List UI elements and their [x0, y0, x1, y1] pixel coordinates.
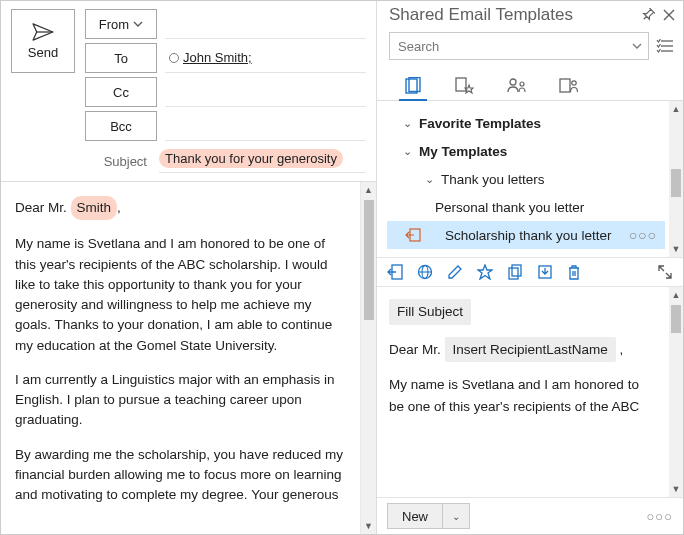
- subject-label: Subject: [11, 154, 151, 169]
- tab-shared[interactable]: [557, 72, 581, 100]
- tree-section-favorite[interactable]: ⌄ Favorite Templates: [387, 109, 665, 137]
- tab-team[interactable]: [505, 72, 529, 100]
- tree-label: Favorite Templates: [419, 116, 665, 131]
- template-toolbar: [377, 257, 683, 287]
- chevron-down-icon: ⌄: [423, 173, 435, 186]
- to-label: To: [114, 51, 128, 66]
- send-icon: [32, 23, 54, 41]
- more-menu-icon[interactable]: ○○○: [646, 509, 673, 524]
- svg-rect-17: [512, 265, 521, 276]
- from-field[interactable]: [165, 9, 366, 39]
- to-button[interactable]: To: [85, 43, 157, 73]
- cc-button[interactable]: Cc: [85, 77, 157, 107]
- chevron-down-icon: [632, 43, 642, 49]
- tree-label: Personal thank you letter: [435, 200, 665, 215]
- subject-field[interactable]: Thank you for your generosity: [159, 149, 366, 173]
- subject-value: Thank you for your generosity: [159, 149, 343, 168]
- scroll-down-icon[interactable]: ▼: [669, 241, 683, 257]
- list-settings-icon[interactable]: [655, 36, 675, 56]
- fill-subject-chip: Fill Subject: [389, 299, 471, 325]
- panel-title: Shared Email Templates: [389, 5, 573, 25]
- body-p1: My name is Svetlana and I am honored to …: [15, 234, 346, 356]
- item-menu-icon[interactable]: ○○○: [629, 227, 665, 243]
- scroll-up-icon[interactable]: ▲: [669, 287, 683, 303]
- template-preview: Fill Subject Dear Mr. Insert RecipientLa…: [377, 287, 669, 497]
- import-icon[interactable]: [537, 264, 553, 280]
- svg-point-10: [572, 81, 576, 85]
- scroll-thumb[interactable]: [671, 305, 681, 333]
- body-p3: By awarding me the scholarship, you have…: [15, 445, 346, 506]
- greeting-name: Smith: [71, 196, 118, 220]
- to-value: John Smith;: [183, 50, 252, 65]
- to-field[interactable]: John Smith;: [165, 43, 366, 73]
- chevron-down-icon: ⌄: [401, 145, 413, 158]
- tree-folder-thankyou[interactable]: ⌄ Thank you letters: [387, 165, 665, 193]
- send-button[interactable]: Send: [11, 9, 75, 73]
- from-label: From: [99, 17, 129, 32]
- bcc-field[interactable]: [165, 111, 366, 141]
- scroll-thumb[interactable]: [671, 169, 681, 197]
- tree-label: Thank you letters: [441, 172, 665, 187]
- message-body[interactable]: Dear Mr. Smith, My name is Svetlana and …: [1, 182, 360, 534]
- edit-icon[interactable]: [447, 264, 463, 280]
- scroll-down-icon[interactable]: ▼: [361, 518, 376, 534]
- svg-point-8: [520, 82, 524, 86]
- body-p2: I am currently a Linguistics major with …: [15, 370, 346, 431]
- svg-rect-6: [456, 78, 466, 91]
- insert-icon: [405, 228, 421, 242]
- chevron-down-icon[interactable]: ⌄: [443, 511, 469, 522]
- preview-greeting-prefix: Dear Mr.: [389, 342, 445, 357]
- tree-label: Scholarship thank you letter: [445, 228, 623, 243]
- from-button[interactable]: From: [85, 9, 157, 39]
- tree-section-my[interactable]: ⌄ My Templates: [387, 137, 665, 165]
- presence-icon: [169, 53, 179, 63]
- macro-chip: Insert RecipientLastName: [445, 337, 616, 363]
- tab-templates[interactable]: [401, 72, 425, 100]
- tree-item-personal[interactable]: Personal thank you letter: [387, 193, 665, 221]
- tree-label: My Templates: [419, 144, 665, 159]
- copy-icon[interactable]: [507, 264, 523, 280]
- preview-greeting-suffix: ,: [620, 342, 624, 357]
- close-icon[interactable]: [663, 9, 675, 21]
- svg-point-7: [510, 79, 516, 85]
- scroll-up-icon[interactable]: ▲: [361, 182, 376, 198]
- cc-label: Cc: [113, 85, 129, 100]
- new-label: New: [388, 504, 443, 528]
- chevron-down-icon: ⌄: [401, 117, 413, 130]
- pin-icon[interactable]: [641, 8, 655, 22]
- greeting-prefix: Dear Mr.: [15, 200, 71, 215]
- send-label: Send: [28, 45, 58, 60]
- greeting-suffix: ,: [117, 200, 121, 215]
- insert-template-icon[interactable]: [387, 264, 403, 280]
- bcc-label: Bcc: [110, 119, 132, 134]
- body-scrollbar[interactable]: ▲ ▼: [360, 182, 376, 534]
- tree-scrollbar[interactable]: ▲ ▼: [669, 101, 683, 257]
- search-placeholder: Search: [398, 39, 439, 54]
- svg-rect-16: [509, 268, 518, 279]
- tree-item-scholarship[interactable]: Scholarship thank you letter ○○○: [387, 221, 665, 249]
- star-icon[interactable]: [477, 264, 493, 280]
- svg-rect-9: [560, 79, 570, 92]
- preview-scrollbar[interactable]: ▲ ▼: [669, 287, 683, 497]
- chevron-down-icon: [133, 21, 143, 27]
- scroll-thumb[interactable]: [364, 200, 374, 320]
- new-button[interactable]: New ⌄: [387, 503, 470, 529]
- tab-favorites[interactable]: [453, 72, 477, 100]
- expand-icon[interactable]: [657, 264, 673, 280]
- search-input[interactable]: Search: [389, 32, 649, 60]
- preview-body: My name is Svetlana and I am honored to …: [389, 374, 657, 417]
- globe-icon[interactable]: [417, 264, 433, 280]
- scroll-down-icon[interactable]: ▼: [669, 481, 683, 497]
- scroll-up-icon[interactable]: ▲: [669, 101, 683, 117]
- cc-field[interactable]: [165, 77, 366, 107]
- bcc-button[interactable]: Bcc: [85, 111, 157, 141]
- delete-icon[interactable]: [567, 264, 581, 280]
